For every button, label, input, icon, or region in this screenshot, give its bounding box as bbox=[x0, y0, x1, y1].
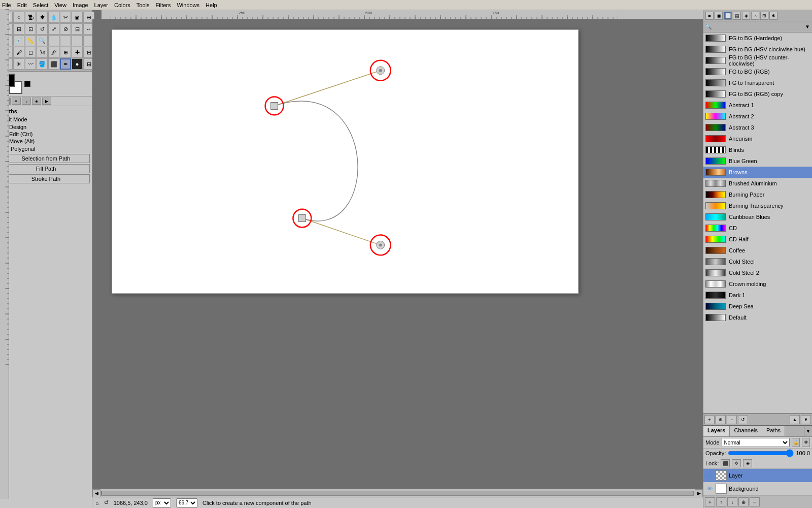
gradient-item-24[interactable]: Deep Sea bbox=[703, 301, 812, 312]
menu-select[interactable]: Select bbox=[33, 2, 49, 8]
gradient-item-9[interactable]: Aneurism bbox=[703, 133, 812, 144]
menu-tools[interactable]: Tools bbox=[137, 2, 150, 8]
selection-from-path-button[interactable]: Selection from Path bbox=[2, 154, 90, 163]
new-layer-btn[interactable]: + bbox=[705, 497, 715, 506]
tab-options-mini[interactable]: ◈ bbox=[32, 98, 41, 105]
gradient-item-1[interactable]: FG to BG (HSV clockwise hue) bbox=[703, 44, 812, 55]
right-toolbar-btn8[interactable]: ✱ bbox=[769, 12, 777, 20]
menu-layer[interactable]: Layer bbox=[94, 2, 109, 8]
gradient-item-3[interactable]: FG to BG (RGB) bbox=[703, 66, 812, 77]
gradient-item-19[interactable]: Coffee bbox=[703, 245, 812, 256]
horizontal-scrollbar[interactable]: ◀ ▶ bbox=[92, 489, 703, 497]
tool-fuzzy-select[interactable]: ✱ bbox=[37, 12, 48, 23]
tool-scissors[interactable]: ✂ bbox=[60, 12, 71, 23]
tab-layers[interactable]: Layers bbox=[703, 426, 730, 436]
gradient-item-4[interactable]: FG to Transparent bbox=[703, 77, 812, 88]
menu-view[interactable]: View bbox=[54, 2, 66, 8]
menu-help[interactable]: Help bbox=[206, 2, 217, 8]
gradient-item-20[interactable]: Cold Steel bbox=[703, 256, 812, 267]
gradient-tool-refresh[interactable]: ↺ bbox=[738, 415, 748, 424]
layer-visibility-icon[interactable]: 👁 bbox=[705, 471, 714, 480]
right-toolbar-btn7[interactable]: ⊞ bbox=[760, 12, 768, 20]
tool-free-select[interactable]: 🗜 bbox=[25, 12, 36, 23]
tab-paths-mini[interactable]: ⬦ bbox=[22, 98, 31, 105]
right-toolbar-btn1[interactable]: ■ bbox=[705, 12, 714, 20]
tool-smudge[interactable]: 〰 bbox=[25, 58, 36, 70]
gradient-expand-icon[interactable]: ▼ bbox=[805, 24, 810, 29]
handle-node-a[interactable] bbox=[370, 60, 391, 81]
tool-rotate[interactable]: ↺ bbox=[37, 23, 48, 35]
gradient-item-25[interactable]: Default bbox=[703, 312, 812, 323]
tool-foreground-select[interactable]: ◉ bbox=[72, 12, 83, 23]
anchor-node-b[interactable] bbox=[293, 209, 311, 228]
tool-color-picker[interactable]: 💉 bbox=[13, 35, 24, 46]
mode-lock-icon[interactable]: 🔒 bbox=[792, 438, 800, 447]
menu-windows[interactable]: Windows bbox=[177, 2, 199, 8]
menu-image[interactable]: Image bbox=[73, 2, 88, 8]
gradient-item-6[interactable]: Abstract 1 bbox=[703, 100, 812, 111]
swap-colors-icon[interactable] bbox=[24, 81, 30, 87]
right-toolbar-btn5[interactable]: ◈ bbox=[742, 12, 750, 20]
gradient-tool-copy[interactable]: ⊕ bbox=[716, 415, 726, 424]
stroke-path-button[interactable]: Stroke Path bbox=[2, 174, 90, 183]
gradient-item-7[interactable]: Abstract 2 bbox=[703, 111, 812, 122]
tool-heal[interactable]: ✚ bbox=[72, 47, 83, 58]
tool-shear[interactable]: ⊘ bbox=[60, 23, 71, 35]
tab-channels[interactable]: Channels bbox=[730, 426, 762, 436]
right-toolbar-btn3[interactable]: ⬜ bbox=[724, 12, 732, 20]
tool-bucket[interactable]: 🪣 bbox=[37, 58, 48, 70]
tool-scale[interactable]: ⤢ bbox=[48, 23, 59, 35]
gradient-tool-scroll-down[interactable]: ▼ bbox=[801, 415, 811, 424]
gradient-item-12[interactable]: Browns bbox=[703, 167, 812, 178]
gradient-tool-delete[interactable]: − bbox=[727, 415, 737, 424]
gradient-item-2[interactable]: FG to BG (HSV counter-clockwise) bbox=[703, 55, 812, 66]
duplicate-layer-btn[interactable]: ⊕ bbox=[738, 497, 749, 506]
lock-position-btn[interactable]: ✥ bbox=[732, 459, 741, 467]
tool-crop[interactable]: ⊡ bbox=[25, 23, 36, 35]
gradient-item-16[interactable]: Caribbean Blues bbox=[703, 211, 812, 223]
lower-layer-btn[interactable]: ↓ bbox=[727, 497, 737, 506]
canvas-scroll[interactable] bbox=[92, 19, 703, 489]
home-icon[interactable]: ⌂ bbox=[95, 500, 99, 506]
menu-file[interactable]: File bbox=[2, 2, 11, 8]
tool-measure[interactable]: 📏 bbox=[25, 35, 36, 46]
tab-expand-mini[interactable]: ▶ bbox=[42, 98, 51, 105]
menu-colors[interactable]: Colors bbox=[114, 2, 130, 8]
right-toolbar-btn4[interactable]: ▤ bbox=[733, 12, 741, 20]
gradient-item-14[interactable]: Burning Paper bbox=[703, 189, 812, 200]
gradient-item-13[interactable]: Brushed Aluminium bbox=[703, 178, 812, 189]
gradient-item-11[interactable]: Blue Green bbox=[703, 155, 812, 167]
layer-row-layer[interactable]: 👁 Layer bbox=[703, 469, 812, 482]
background-visibility-icon[interactable]: 👁 bbox=[705, 485, 714, 493]
layers-menu-btn[interactable]: ▼ bbox=[804, 426, 812, 436]
tool-path[interactable]: ✒ bbox=[60, 58, 71, 70]
lock-alpha-btn[interactable]: ◈ bbox=[743, 459, 752, 467]
right-toolbar-btn2[interactable]: ◼ bbox=[715, 12, 723, 20]
refresh-icon[interactable]: ↺ bbox=[104, 499, 109, 506]
tool-perspective[interactable]: ⊟ bbox=[72, 23, 83, 35]
tool-airbrush[interactable]: 🌬 bbox=[37, 47, 48, 58]
gradient-item-21[interactable]: Cold Steel 2 bbox=[703, 267, 812, 278]
tool-select-by-color[interactable]: 💧 bbox=[48, 12, 59, 23]
tool-align[interactable]: ⊞ bbox=[13, 23, 24, 35]
gradient-item-8[interactable]: Abstract 3 bbox=[703, 122, 812, 133]
gradient-tool-scroll-up[interactable]: ▲ bbox=[790, 415, 800, 424]
tool-blend[interactable]: ⬛ bbox=[48, 58, 59, 70]
layer-row-background[interactable]: 👁 Background bbox=[703, 482, 812, 495]
gradient-item-23[interactable]: Dark 1 bbox=[703, 290, 812, 301]
gradient-item-22[interactable]: Crown molding bbox=[703, 278, 812, 290]
tool-ink[interactable]: 🖊 bbox=[48, 47, 59, 58]
raise-layer-btn[interactable]: ↑ bbox=[716, 497, 726, 506]
menu-edit[interactable]: Edit bbox=[17, 2, 27, 8]
menu-filters[interactable]: Filters bbox=[156, 2, 171, 8]
tab-paths[interactable]: Paths bbox=[762, 426, 785, 436]
handle-node-b[interactable] bbox=[370, 235, 391, 255]
scroll-left-btn[interactable]: ◀ bbox=[92, 489, 100, 497]
mode-move[interactable]: Move (Alt) bbox=[2, 138, 90, 144]
mode-edit[interactable]: Edit (Ctrl) bbox=[2, 131, 90, 137]
drawing-canvas[interactable] bbox=[112, 29, 579, 294]
tool-dodge[interactable]: ☀ bbox=[13, 58, 24, 70]
tool-clone[interactable]: ⊕ bbox=[60, 47, 71, 58]
unit-select[interactable]: px in cm bbox=[153, 498, 171, 507]
tool-zoom[interactable]: 🔍 bbox=[37, 35, 48, 46]
